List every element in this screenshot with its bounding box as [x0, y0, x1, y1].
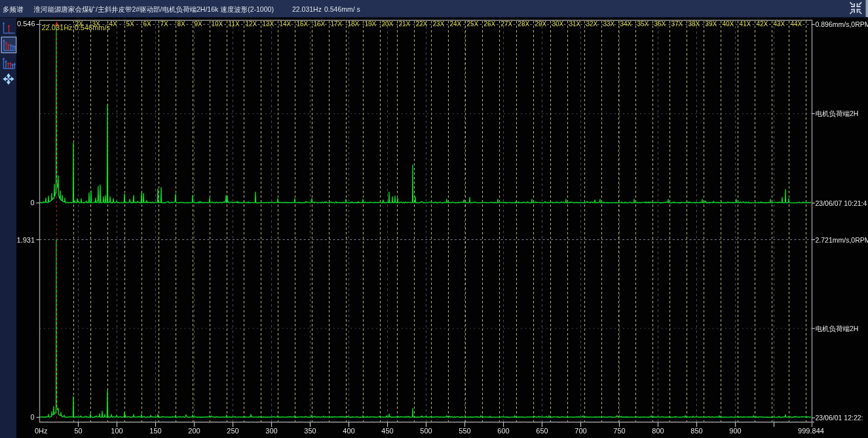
svg-text:18X: 18X — [348, 20, 360, 28]
svg-text:550: 550 — [459, 427, 470, 435]
svg-text:29X: 29X — [535, 20, 547, 28]
svg-text:16X: 16X — [314, 20, 326, 28]
svg-text:14X: 14X — [280, 20, 292, 28]
svg-text:23X: 23X — [433, 20, 445, 28]
svg-text:900: 900 — [729, 427, 741, 435]
svg-text:39X: 39X — [706, 20, 717, 28]
svg-text:15X: 15X — [297, 20, 309, 28]
svg-text:23/06/07 10:21:4: 23/06/07 10:21:4 — [816, 199, 867, 207]
svg-text:11X: 11X — [229, 20, 240, 28]
svg-text:34X: 34X — [620, 20, 632, 28]
svg-text:25X: 25X — [467, 20, 479, 28]
svg-text:5X: 5X — [126, 20, 135, 28]
svg-text:22X: 22X — [416, 20, 428, 28]
svg-text:40X: 40X — [723, 20, 734, 28]
svg-text:9X: 9X — [195, 20, 203, 28]
svg-text:8X: 8X — [178, 20, 186, 28]
svg-text:30X: 30X — [552, 20, 564, 28]
svg-text:21X: 21X — [399, 20, 411, 28]
svg-text:10X: 10X — [212, 20, 223, 28]
svg-text:13X: 13X — [263, 20, 274, 28]
svg-text:36X: 36X — [654, 20, 666, 28]
svg-text:22.031Hz,0.546mm/s: 22.031Hz,0.546mm/s — [42, 24, 111, 31]
svg-text:12X: 12X — [246, 20, 257, 28]
svg-text:37X: 37X — [671, 20, 683, 28]
svg-text:200: 200 — [188, 427, 200, 435]
svg-text:2.721mm/s,0RPM: 2.721mm/s,0RPM — [816, 236, 868, 244]
svg-text:1.931: 1.931 — [16, 236, 35, 244]
svg-text:4X: 4X — [109, 20, 118, 28]
svg-text:0.896mm/s,0RPM: 0.896mm/s,0RPM — [816, 20, 868, 28]
svg-text:50: 50 — [74, 427, 82, 435]
svg-text:24X: 24X — [450, 20, 462, 28]
svg-text:17X: 17X — [331, 20, 343, 28]
svg-text:19X: 19X — [365, 20, 377, 28]
svg-text:23/06/01 12:22:: 23/06/01 12:22: — [816, 414, 863, 422]
svg-text:27X: 27X — [501, 20, 513, 28]
svg-text:450: 450 — [381, 427, 393, 435]
svg-text:42X: 42X — [757, 20, 768, 28]
svg-text:20X: 20X — [382, 20, 394, 28]
svg-text:多频谱: 多频谱 — [3, 5, 24, 13]
svg-text:电机负荷端2H: 电机负荷端2H — [816, 110, 859, 117]
svg-text:100: 100 — [111, 427, 123, 435]
svg-text:31X: 31X — [569, 20, 581, 28]
svg-text:26X: 26X — [484, 20, 496, 28]
svg-text:600: 600 — [497, 427, 509, 435]
svg-text:0Hz: 0Hz — [35, 427, 48, 435]
svg-text:350: 350 — [304, 427, 316, 435]
svg-text:999.844: 999.844 — [798, 427, 824, 435]
svg-text:38X: 38X — [689, 20, 700, 28]
svg-text:22.031Hz: 22.031Hz — [292, 5, 322, 13]
svg-text:0.546mm/ s: 0.546mm/ s — [324, 5, 360, 13]
svg-text:43X: 43X — [774, 20, 785, 28]
svg-text:32X: 32X — [586, 20, 598, 28]
svg-text:700: 700 — [575, 427, 586, 435]
svg-text:150: 150 — [149, 427, 161, 435]
svg-text:28X: 28X — [518, 20, 530, 28]
svg-text:800: 800 — [652, 427, 664, 435]
svg-text:44X: 44X — [791, 20, 802, 28]
svg-text:250: 250 — [227, 427, 238, 435]
svg-text:0: 0 — [30, 413, 34, 421]
svg-text:850: 850 — [690, 427, 702, 435]
svg-text:400: 400 — [343, 427, 354, 435]
svg-text:33X: 33X — [603, 20, 615, 28]
svg-text:750: 750 — [613, 427, 625, 435]
svg-text:6X: 6X — [143, 20, 152, 28]
svg-text:电机负荷端2H: 电机负荷端2H — [816, 325, 859, 332]
svg-text:300: 300 — [265, 427, 277, 435]
svg-text:41X: 41X — [740, 20, 751, 28]
svg-text:0: 0 — [30, 199, 34, 207]
svg-text:500: 500 — [420, 427, 432, 435]
svg-text:650: 650 — [536, 427, 548, 435]
svg-text:7X: 7X — [160, 20, 169, 28]
svg-text:0.546: 0.546 — [17, 20, 35, 28]
svg-text:淮河能源唐家会煤矿/主斜井皮带2#驱动部/电机负荷端2H/1: 淮河能源唐家会煤矿/主斜井皮带2#驱动部/电机负荷端2H/16k 速度波形(2-… — [34, 5, 274, 13]
svg-text:35X: 35X — [637, 20, 649, 28]
